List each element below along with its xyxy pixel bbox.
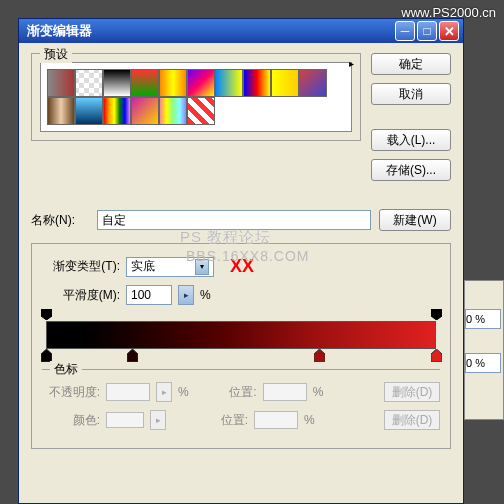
presets-container <box>40 62 352 132</box>
gradient-fieldset: 渐变类型(T): 实底 ▾ XX 平滑度(M): ▸ % 色标 <box>31 243 451 449</box>
color-label: 颜色: <box>42 412 100 429</box>
preset-swatch-11[interactable] <box>75 97 103 125</box>
watermark-url: www.PS2000.cn <box>401 5 496 20</box>
delete-opacity-stop-button: 删除(D) <box>384 382 440 402</box>
color-stop[interactable] <box>314 349 325 362</box>
position-label-1: 位置: <box>221 384 257 401</box>
opacity-stop[interactable] <box>431 309 442 320</box>
preset-swatch-9[interactable] <box>299 69 327 97</box>
cancel-button[interactable]: 取消 <box>371 83 451 105</box>
preset-swatch-4[interactable] <box>159 69 187 97</box>
color-stop[interactable] <box>127 349 138 362</box>
opacity-label: 不透明度: <box>42 384 100 401</box>
bg-spinner-2[interactable]: 0 % <box>465 353 501 373</box>
preset-swatch-5[interactable] <box>187 69 215 97</box>
minimize-button[interactable]: ─ <box>395 21 415 41</box>
smoothness-input[interactable] <box>126 285 172 305</box>
preset-swatch-8[interactable] <box>271 69 299 97</box>
name-label: 名称(N): <box>31 212 89 229</box>
position-pct-1: % <box>313 385 324 399</box>
color-picker-arrow: ▸ <box>150 410 166 430</box>
color-position-input <box>254 411 298 429</box>
presets-label: 预设 <box>40 46 72 63</box>
preset-swatch-13[interactable] <box>131 97 159 125</box>
bg-spinner-1[interactable]: 0 % <box>465 309 501 329</box>
colorstops-label: 色标 <box>50 361 82 378</box>
smoothness-label: 平滑度(M): <box>42 287 120 304</box>
gradient-bar[interactable] <box>46 321 436 349</box>
name-input[interactable] <box>97 210 371 230</box>
svg-marker-5 <box>431 349 442 362</box>
svg-marker-4 <box>314 349 325 362</box>
color-stop[interactable] <box>431 349 442 362</box>
preset-swatch-10[interactable] <box>47 97 75 125</box>
watermark-bbs: BBS.16XX8.COM <box>186 248 310 264</box>
opacity-stop[interactable] <box>41 309 52 320</box>
preset-swatch-3[interactable] <box>131 69 159 97</box>
preset-swatch-1[interactable] <box>75 69 103 97</box>
new-button[interactable]: 新建(W) <box>379 209 451 231</box>
maximize-button[interactable]: □ <box>417 21 437 41</box>
position-label-2: 位置: <box>212 412 248 429</box>
gradient-type-value: 实底 <box>131 258 155 275</box>
svg-marker-3 <box>127 349 138 362</box>
load-button[interactable]: 载入(L)... <box>371 129 451 151</box>
smoothness-stepper[interactable]: ▸ <box>178 285 194 305</box>
preset-swatch-7[interactable] <box>243 69 271 97</box>
watermark-forum: PS 教程论坛 <box>180 228 271 247</box>
opacity-stepper: ▸ <box>156 382 172 402</box>
preset-swatch-0[interactable] <box>47 69 75 97</box>
background-panel: 0 % 0 % <box>464 280 504 420</box>
opacity-pct: % <box>178 385 189 399</box>
preset-swatch-2[interactable] <box>103 69 131 97</box>
percent-label: % <box>200 288 211 302</box>
presets-menu-arrow[interactable]: ▸ <box>349 58 354 69</box>
close-button[interactable]: ✕ <box>439 21 459 41</box>
svg-marker-0 <box>41 309 52 320</box>
preset-swatch-15[interactable] <box>187 97 215 125</box>
preset-swatch-6[interactable] <box>215 69 243 97</box>
colorstops-section: 色标 <box>42 369 440 374</box>
titlebar[interactable]: 渐变编辑器 ─ □ ✕ <box>19 19 463 43</box>
color-swatch <box>106 412 144 428</box>
gradient-type-label: 渐变类型(T): <box>42 258 120 275</box>
preset-swatch-14[interactable] <box>159 97 187 125</box>
preset-swatch-12[interactable] <box>103 97 131 125</box>
presets-fieldset: 预设 ▸ <box>31 53 361 141</box>
gradient-bar-container <box>46 321 436 349</box>
ok-button[interactable]: 确定 <box>371 53 451 75</box>
opacity-position-input <box>263 383 307 401</box>
titlebar-title: 渐变编辑器 <box>23 22 395 40</box>
save-button[interactable]: 存储(S)... <box>371 159 451 181</box>
opacity-input <box>106 383 150 401</box>
delete-color-stop-button: 删除(D) <box>384 410 440 430</box>
svg-marker-1 <box>431 309 442 320</box>
position-pct-2: % <box>304 413 315 427</box>
